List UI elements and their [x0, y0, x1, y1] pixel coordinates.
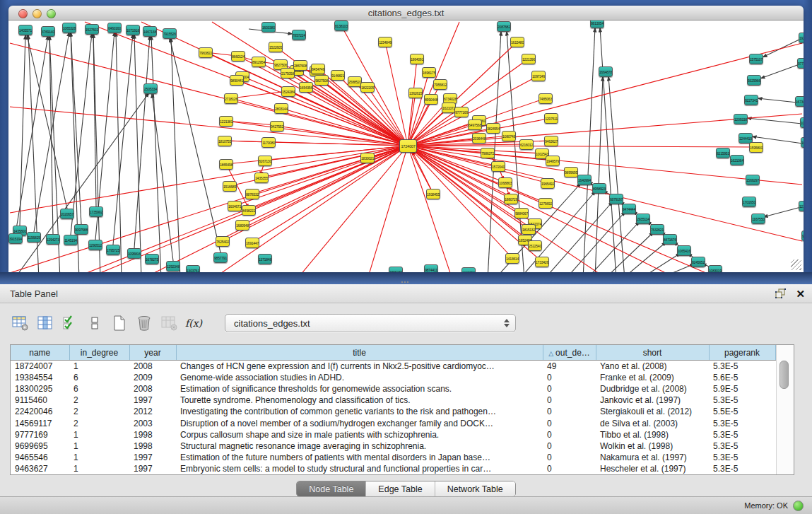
network-node[interactable]: 1405571 — [18, 25, 33, 35]
table-cell[interactable]: Changes of HCN gene expression and I(f) … — [176, 361, 543, 373]
network-node[interactable]: 9474444 — [622, 204, 636, 214]
network-node[interactable]: 1865498 — [219, 159, 233, 170]
network-node[interactable]: 1680948 — [235, 220, 249, 230]
network-node[interactable]: 1275692 — [539, 198, 553, 209]
network-hub-node[interactable]: 1724007 — [399, 139, 417, 153]
network-node[interactable]: 1866239 — [389, 267, 403, 272]
network-node[interactable]: 1640994 — [577, 175, 592, 185]
network-node[interactable]: 7915526 — [163, 28, 177, 39]
network-node[interactable]: 9227341 — [744, 95, 758, 105]
canvas-resize-grip[interactable] — [791, 259, 801, 270]
network-node[interactable]: 8990448 — [424, 94, 438, 105]
column-header-pagerank[interactable]: pagerank — [709, 345, 775, 361]
network-node[interactable]: 1080748 — [502, 131, 516, 141]
table-cell[interactable]: 9777169 — [11, 429, 69, 440]
table-cell[interactable]: 2 — [69, 417, 129, 428]
network-node[interactable]: 1921850 — [799, 33, 804, 43]
table-row[interactable]: 969969511998Structural magnetic resonanc… — [11, 440, 775, 452]
network-node[interactable]: 8878332 — [245, 189, 259, 199]
table-row[interactable]: 1872400712008Changes of HCN gene express… — [11, 361, 775, 373]
row-height-button[interactable] — [86, 315, 104, 332]
network-node[interactable]: 1696175 — [422, 67, 436, 78]
network-node[interactable]: 8454749 — [311, 64, 325, 74]
network-node[interactable]: 1822205 — [360, 82, 375, 93]
network-node[interactable]: 9827508 — [314, 75, 329, 86]
network-node[interactable]: 1297511 — [544, 113, 558, 124]
table-cell[interactable]: 5.3E-5 — [709, 361, 775, 373]
import-table-button[interactable] — [160, 315, 178, 332]
table-cell[interactable]: 5.3E-5 — [709, 395, 775, 406]
network-node[interactable]: 1145194 — [64, 235, 78, 245]
create-column-button[interactable] — [110, 315, 129, 332]
network-node[interactable]: 1221381 — [219, 116, 233, 127]
table-cell[interactable]: 1997 — [129, 463, 176, 474]
network-node[interactable]: 1095816 — [127, 248, 141, 259]
table-cell[interactable]: Wolkin et al. (1998) — [596, 440, 709, 452]
network-node[interactable]: 2588520 — [348, 76, 362, 87]
network-node[interactable]: 8215953 — [716, 148, 730, 158]
table-cell[interactable]: 5.3E-5 — [709, 452, 775, 463]
table-cell[interactable]: 6 — [69, 383, 129, 395]
network-node[interactable]: 1292348 — [166, 261, 180, 271]
table-row[interactable]: 1938455462009Genome-wide association stu… — [11, 372, 775, 383]
table-cell[interactable]: 18300295 — [11, 383, 69, 395]
network-node[interactable]: 1572040 — [491, 161, 505, 172]
table-cell[interactable]: Hescheler et al. (1997) — [596, 463, 709, 474]
network-node[interactable]: 3824554 — [486, 123, 500, 134]
panel-splitter-handle[interactable] — [401, 281, 409, 284]
table-row[interactable]: 2242004622012Investigating the contribut… — [11, 406, 775, 417]
network-node[interactable]: 8813054 — [590, 21, 604, 28]
network-node[interactable]: 1209338 — [734, 114, 748, 124]
table-cell[interactable]: 1 — [69, 429, 129, 440]
network-node[interactable]: 9777169 — [454, 107, 469, 117]
network-node[interactable]: 1678275 — [145, 254, 159, 264]
table-cell[interactable]: 2 — [69, 395, 129, 406]
network-node[interactable]: 1362615 — [408, 88, 423, 98]
network-node[interactable]: 1621064 — [730, 155, 744, 165]
network-node[interactable]: 7857224 — [292, 30, 306, 40]
minimize-window-button[interactable] — [33, 9, 42, 18]
table-row[interactable]: 1456911722003Disruption of a novel membe… — [11, 417, 775, 428]
network-node[interactable]: 3769140 — [41, 26, 55, 37]
table-cell[interactable]: 2012 — [129, 406, 176, 417]
network-node[interactable]: 2522540 — [528, 240, 542, 251]
network-node[interactable]: 2036448 — [472, 133, 486, 144]
network-node[interactable]: 6497568 — [468, 119, 482, 130]
table-cell[interactable]: 5.3E-5 — [709, 417, 775, 428]
table-cell[interactable]: 0 — [543, 383, 596, 395]
column-header-title[interactable]: title — [176, 345, 543, 361]
network-node[interactable]: 1221396 — [522, 54, 536, 64]
network-node[interactable]: 1413614 — [505, 253, 519, 264]
table-cell[interactable]: 0 — [543, 463, 596, 474]
network-node[interactable]: 6879197 — [609, 194, 623, 204]
table-scrollbar[interactable] — [776, 345, 794, 474]
table-cell[interactable]: 5.6E-5 — [709, 372, 775, 383]
table-cell[interactable]: Tourette syndrome. Phenomenology and cla… — [176, 395, 543, 406]
table-cell[interactable]: 0 — [543, 417, 596, 428]
table-cell[interactable]: Franke et al. (2009) — [596, 372, 709, 383]
zoom-window-button[interactable] — [47, 9, 56, 18]
table-cell[interactable]: 1998 — [129, 440, 176, 452]
table-cell[interactable]: Disruption of a novel member of a sodium… — [176, 417, 543, 428]
table-cell[interactable]: 9463627 — [11, 463, 69, 474]
table-cell[interactable]: 1 — [69, 361, 129, 373]
network-node[interactable]: 9427552 — [270, 121, 284, 132]
table-source-dropdown[interactable]: citations_edges.txt — [225, 314, 516, 332]
network-node[interactable]: 1735992 — [89, 206, 103, 217]
network-node[interactable]: 1095920 — [801, 137, 804, 148]
network-node[interactable]: 9245652 — [691, 257, 705, 267]
table-cell[interactable]: Estimation of the future numbers of pati… — [176, 452, 543, 463]
network-node[interactable]: 1170080 — [261, 137, 276, 148]
network-node[interactable]: 1595800 — [749, 142, 763, 153]
tab-network-table[interactable]: Network Table — [435, 481, 515, 496]
network-node[interactable]: 6216012 — [519, 139, 534, 150]
network-node[interactable]: 1167550 — [751, 214, 765, 224]
table-cell[interactable]: 0 — [543, 440, 596, 452]
table-cell[interactable]: Jankovic et al. (1997) — [596, 395, 709, 406]
table-cell[interactable]: Structural magnetic resonance image aver… — [176, 440, 543, 452]
table-cell[interactable]: 2009 — [129, 372, 176, 383]
table-cell[interactable]: 0 — [543, 395, 596, 406]
table-row[interactable]: 911546021997Tourette syndrome. Phenomeno… — [11, 395, 775, 406]
column-header-short[interactable]: short — [596, 345, 709, 361]
table-cell[interactable]: 2008 — [129, 361, 176, 373]
